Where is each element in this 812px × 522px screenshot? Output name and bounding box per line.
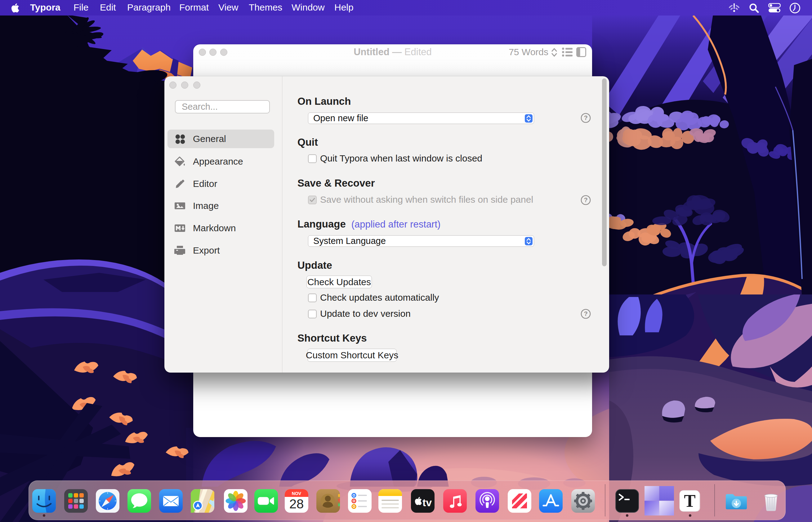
svg-text:T: T (684, 491, 695, 510)
svg-text:?: ? (584, 310, 587, 317)
svg-text:NOV: NOV (292, 491, 302, 496)
svg-text:?: ? (584, 197, 587, 203)
svg-text:tv: tv (422, 497, 432, 508)
svg-text:28: 28 (289, 497, 304, 511)
svg-text:?: ? (584, 114, 587, 121)
